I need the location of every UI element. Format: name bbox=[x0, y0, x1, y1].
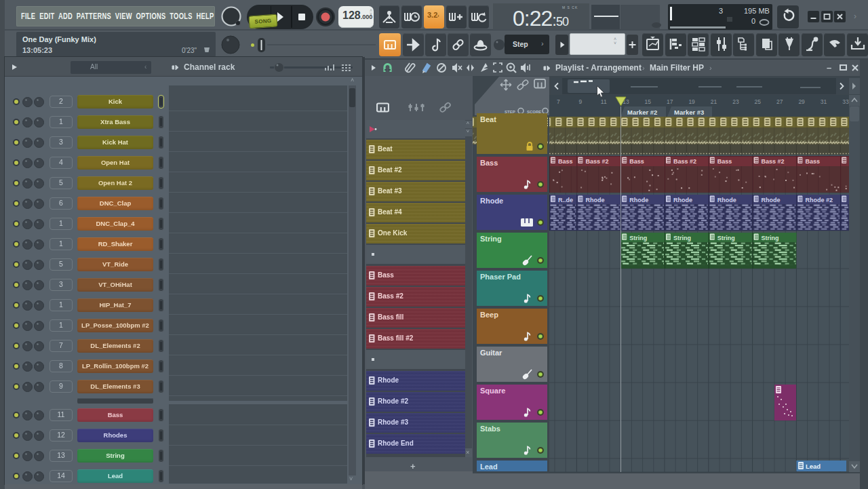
svg-text:Bass: Bass bbox=[717, 158, 732, 165]
svg-text:String: String bbox=[480, 235, 502, 243]
svg-text:11: 11 bbox=[601, 98, 607, 105]
svg-text:Marker #2: Marker #2 bbox=[627, 109, 657, 116]
svg-text:Square: Square bbox=[480, 387, 505, 395]
svg-text:Lead: Lead bbox=[480, 463, 498, 471]
svg-text:Rhode #2: Rhode #2 bbox=[805, 197, 833, 203]
svg-text:17: 17 bbox=[667, 98, 673, 105]
svg-text:String: String bbox=[629, 235, 647, 241]
svg-text:23: 23 bbox=[732, 98, 739, 105]
svg-text:29: 29 bbox=[798, 98, 805, 105]
svg-text:Beat: Beat bbox=[480, 115, 496, 123]
svg-text:Bass: Bass bbox=[558, 158, 573, 165]
svg-text:Bass: Bass bbox=[480, 159, 498, 167]
svg-text:Beep: Beep bbox=[480, 311, 498, 319]
svg-text:Bass #2: Bass #2 bbox=[673, 158, 696, 165]
svg-text:Bass: Bass bbox=[805, 158, 820, 165]
svg-text:Bass #2: Bass #2 bbox=[585, 158, 608, 165]
svg-text:19: 19 bbox=[688, 98, 695, 105]
svg-text:String: String bbox=[762, 235, 779, 241]
svg-text:Rhode: Rhode bbox=[585, 197, 604, 203]
svg-text:9: 9 bbox=[578, 98, 582, 105]
svg-text:Guitar: Guitar bbox=[480, 349, 502, 357]
svg-text:7: 7 bbox=[557, 98, 560, 105]
svg-text:Bass: Bass bbox=[629, 158, 644, 165]
svg-text:Phaser Pad: Phaser Pad bbox=[480, 273, 521, 281]
svg-text:25: 25 bbox=[755, 98, 762, 105]
svg-text:Bass #2: Bass #2 bbox=[762, 158, 785, 165]
svg-text:Marker #3: Marker #3 bbox=[674, 109, 704, 116]
svg-text:21: 21 bbox=[711, 98, 717, 105]
svg-text:R..de: R..de bbox=[558, 197, 573, 203]
svg-text:String: String bbox=[673, 235, 691, 241]
svg-text:Stabs: Stabs bbox=[480, 425, 500, 433]
svg-text:Rhode: Rhode bbox=[480, 197, 503, 205]
svg-text:27: 27 bbox=[776, 98, 783, 105]
svg-text:33: 33 bbox=[842, 98, 849, 105]
svg-text:31: 31 bbox=[821, 98, 827, 105]
svg-text:Rhode: Rhode bbox=[673, 197, 692, 203]
svg-text:Rhode: Rhode bbox=[629, 197, 648, 203]
svg-text:Rhode: Rhode bbox=[762, 197, 781, 203]
svg-text:15: 15 bbox=[645, 98, 652, 105]
svg-text:String: String bbox=[717, 235, 735, 241]
svg-text:Lead: Lead bbox=[806, 463, 821, 470]
svg-text:Rhode: Rhode bbox=[717, 197, 736, 203]
